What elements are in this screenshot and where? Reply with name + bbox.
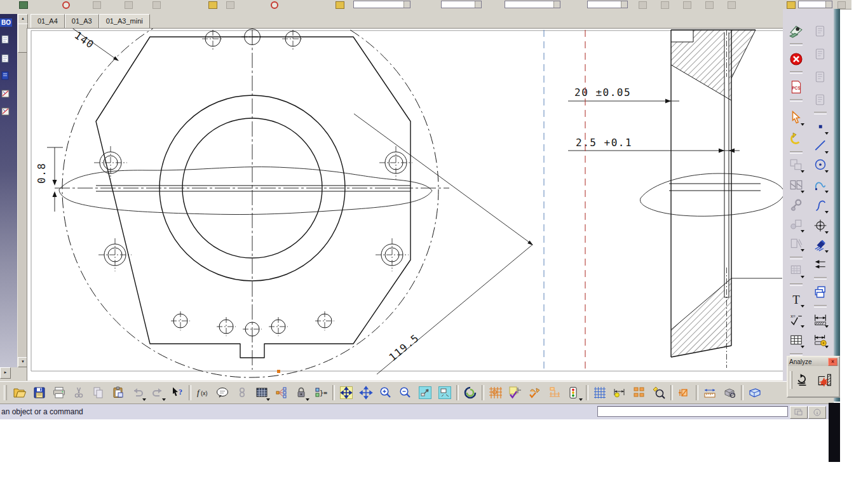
flyout-arrow[interactable] — [825, 170, 829, 173]
dim-text-140[interactable]: 140 — [72, 29, 97, 51]
dim-text-0-8[interactable]: 0.8 — [36, 163, 48, 184]
combo-arrow-icon[interactable] — [553, 1, 560, 8]
manual-check-button[interactable] — [527, 384, 543, 401]
instantiate-2d-button[interactable] — [812, 283, 829, 300]
combo-arrow-icon[interactable] — [825, 1, 832, 8]
zoom-in-button[interactable] — [377, 384, 394, 401]
drawing-canvas[interactable]: 0.8 140 119.5 — [27, 28, 783, 381]
dim-text-2-5[interactable]: 2.5 +0.1 — [576, 137, 632, 149]
top-combo-1[interactable] — [353, 1, 410, 8]
flyout-arrow[interactable] — [801, 123, 804, 126]
analyze-palette[interactable]: Analyze x — [787, 356, 840, 398]
close-icon[interactable]: x — [828, 358, 837, 366]
statusbar-info-button[interactable] — [808, 406, 826, 419]
flyout-arrow[interactable] — [162, 398, 166, 401]
fit-all-button[interactable] — [338, 384, 355, 401]
wrench-tool-button[interactable] — [788, 197, 804, 214]
top-icon-9[interactable] — [661, 1, 669, 9]
measure-between-button[interactable] — [702, 384, 718, 401]
top-icon-10[interactable] — [683, 1, 691, 9]
line-tool-button[interactable] — [812, 137, 829, 154]
arrows-tool-button[interactable] — [812, 257, 829, 273]
top-icon-3[interactable] — [125, 1, 133, 9]
flyout-arrow[interactable] — [801, 230, 804, 233]
top-icon-8[interactable] — [639, 1, 647, 9]
flyout-arrow[interactable] — [801, 249, 804, 252]
catalog-button-2[interactable] — [812, 46, 829, 62]
catalog-browser-button[interactable] — [788, 131, 804, 147]
gear-box-button[interactable] — [788, 216, 804, 233]
pan-button[interactable] — [358, 384, 374, 401]
pcs-document-button[interactable]: PCS — [788, 79, 804, 95]
tab-01-a3[interactable]: 01_A3 — [65, 14, 99, 28]
top-icon-12[interactable] — [728, 1, 736, 9]
undo-button[interactable] — [130, 384, 146, 401]
paste-button[interactable] — [110, 384, 126, 401]
circle-tool-button[interactable] — [812, 156, 829, 173]
grid-button[interactable] — [487, 384, 504, 401]
snap-grid-button[interactable] — [592, 384, 608, 401]
knowledge-button[interactable]: }= — [313, 384, 329, 401]
flyout-arrow[interactable] — [825, 250, 829, 253]
flyout-arrow[interactable] — [579, 398, 583, 401]
tree-item-sheet-active[interactable] — [1, 71, 10, 83]
dim-text-20[interactable]: 20 ±0.05 — [574, 86, 631, 98]
analyze-tool-button[interactable] — [794, 371, 811, 389]
redo-button[interactable] — [149, 384, 166, 401]
palette-grip[interactable] — [790, 371, 792, 389]
link-button[interactable] — [234, 384, 250, 401]
top-icon-14[interactable] — [837, 1, 846, 9]
flyout-arrow[interactable] — [825, 231, 829, 234]
top-combo-3[interactable] — [505, 1, 560, 8]
dimension-tolerance-button[interactable] — [812, 332, 829, 348]
tree-root-label[interactable]: BO — [0, 18, 12, 27]
flyout-arrow[interactable] — [825, 132, 829, 135]
top-icon-7[interactable] — [336, 1, 344, 9]
view-hatch-button[interactable] — [788, 177, 804, 193]
tab-01-a3-mini[interactable]: 01_A3_mini — [99, 14, 150, 28]
flyout-arrow[interactable] — [825, 211, 829, 214]
box-tool-button[interactable] — [788, 235, 804, 252]
text-tool-button[interactable]: T — [788, 291, 804, 308]
tree-item-root[interactable]: BO — [0, 16, 12, 27]
dimension-ball-button[interactable] — [611, 384, 628, 401]
top-icon-cancel[interactable] — [62, 1, 70, 9]
dimension-tool-button[interactable] — [812, 311, 829, 328]
catalog-book-button[interactable] — [747, 384, 763, 401]
flyout-arrow[interactable] — [801, 346, 804, 348]
top-icon-13[interactable] — [787, 1, 796, 9]
view-pair-button[interactable] — [788, 156, 804, 173]
dimension-radius-119-5[interactable]: 119.5 — [354, 114, 533, 374]
drawing-sheet[interactable]: 0.8 140 119.5 — [27, 29, 783, 381]
tree-item-view-2[interactable] — [1, 107, 10, 119]
analysis-magnifier-button[interactable] — [651, 384, 667, 401]
hatch-fill-button[interactable] — [812, 236, 829, 253]
filter-traffic-light-button[interactable] — [566, 384, 583, 401]
copy-button[interactable] — [90, 384, 107, 401]
flyout-arrow[interactable] — [825, 346, 829, 348]
top-icon-1[interactable] — [19, 1, 28, 9]
formula-button[interactable]: f(x) — [194, 384, 211, 401]
equation-check-button[interactable]: x= — [788, 311, 804, 328]
flyout-arrow[interactable] — [801, 305, 804, 308]
flyout-arrow[interactable] — [801, 191, 804, 193]
open-button[interactable] — [11, 384, 28, 401]
top-combo-2[interactable] — [441, 1, 482, 8]
print-button[interactable] — [51, 384, 67, 401]
multi-view-button[interactable] — [437, 384, 453, 401]
new-sheet-button[interactable] — [788, 23, 804, 39]
datum-grid-button[interactable] — [631, 384, 648, 401]
toolbar-grip[interactable] — [4, 385, 7, 400]
top-combo-5[interactable] — [798, 1, 832, 8]
analyze-palette-titlebar[interactable]: Analyze x — [788, 357, 839, 366]
spline-tool-button[interactable] — [812, 197, 829, 214]
comment-button[interactable] — [214, 384, 231, 401]
table-tool-button[interactable] — [788, 332, 804, 348]
top-combo-4[interactable] — [587, 1, 628, 8]
grid-view-button[interactable] — [788, 262, 804, 278]
lock-button[interactable] — [293, 384, 309, 401]
flyout-arrow[interactable] — [306, 398, 309, 401]
dimension-analysis-button[interactable] — [815, 371, 833, 389]
command-input[interactable] — [597, 406, 788, 417]
clamp-button[interactable] — [676, 384, 693, 401]
